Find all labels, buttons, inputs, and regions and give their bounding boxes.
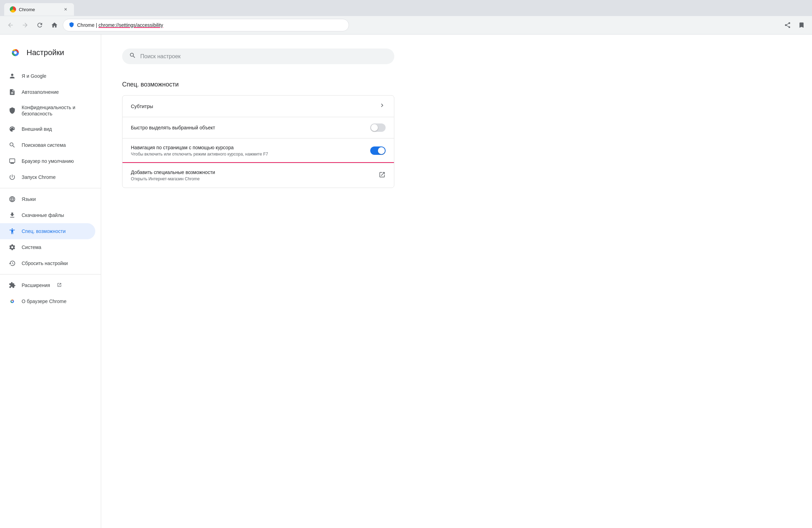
search-bar [122, 48, 394, 64]
page-layout: Настройки Я и Google Автозаполнение Конф… [0, 35, 812, 528]
sidebar-label-sbrosit-nastrojki: Сбросить настройки [22, 260, 68, 266]
forward-button[interactable] [19, 19, 31, 31]
sidebar-item-brauzer-po-umolchaniyu[interactable]: Браузер по умолчанию [0, 153, 95, 169]
chevron-right-icon [379, 102, 386, 111]
reload-button[interactable] [33, 19, 46, 31]
tab-close-button[interactable]: ✕ [63, 7, 68, 12]
settings-row-navigaciya[interactable]: Навигация по страницам с помощью курсора… [122, 138, 394, 163]
bookmark-button[interactable] [795, 19, 808, 31]
sidebar-label-sistema: Система [22, 244, 41, 250]
download-icon [8, 211, 16, 219]
search-icon [129, 52, 136, 61]
external-link-icon [379, 171, 386, 180]
share-button[interactable] [781, 19, 794, 31]
main-content: Спец. возможности Субтитры Быстро выделя… [101, 35, 812, 528]
settings-row-content-navigaciya: Навигация по страницам с помощью курсора… [131, 145, 370, 157]
sidebar-item-o-brauzere[interactable]: О браузере Chrome [0, 293, 95, 309]
settings-row-title-subtitry: Субтитры [131, 104, 379, 109]
sidebar-item-konfidencialnost[interactable]: Конфиденциальность и безопасность [0, 100, 95, 121]
settings-row-title-bystro: Быстро выделять выбранный объект [131, 125, 370, 130]
sidebar-item-vneshny-vid[interactable]: Внешний вид [0, 121, 95, 137]
toggle-navigaciya[interactable] [370, 146, 386, 155]
address-bar[interactable]: Chrome | chrome://settings/accessibility [63, 19, 349, 31]
settings-row-content-dobavit: Добавить специальные возможности Открыть… [131, 169, 379, 181]
toggle-thumb-navigaciya [378, 147, 385, 154]
settings-row-content-subtitry: Субтитры [131, 104, 379, 109]
sidebar-divider-2 [0, 274, 101, 274]
browser-chrome: Chrome ✕ [0, 0, 812, 35]
settings-row-action-navigaciya[interactable] [370, 146, 386, 155]
settings-row-dobavit[interactable]: Добавить специальные возможности Открыть… [122, 163, 394, 188]
shield-check-icon [69, 22, 74, 28]
sidebar: Настройки Я и Google Автозаполнение Конф… [0, 35, 101, 528]
sidebar-item-rasshireniya[interactable]: Расширения [0, 277, 95, 293]
search-bar-container [122, 48, 394, 64]
settings-card: Субтитры Быстро выделять выбранный объек… [122, 95, 394, 188]
settings-row-action-bystro[interactable] [370, 123, 386, 132]
settings-row-sub-navigaciya: Чтобы включить или отключить режим актив… [131, 152, 370, 157]
active-tab[interactable]: Chrome ✕ [4, 3, 74, 16]
url-text: chrome://settings/accessibility [98, 22, 163, 28]
sidebar-label-brauzer-po-umolchaniyu: Браузер по умолчанию [22, 158, 74, 164]
forward-icon [22, 22, 29, 29]
sidebar-item-sbrosit-nastrojki[interactable]: Сбросить настройки [0, 255, 95, 271]
extension-icon [8, 281, 16, 289]
chrome-info-icon [8, 297, 16, 305]
chrome-tab-logo [10, 6, 16, 13]
search-input[interactable] [140, 53, 387, 60]
sidebar-label-ya-i-google: Я и Google [22, 73, 46, 79]
sidebar-label-skachannye-fajly: Скачанные файлы [22, 212, 64, 218]
bookmark-icon [798, 22, 805, 29]
settings-row-bystro-vydelyat[interactable]: Быстро выделять выбранный объект [122, 117, 394, 138]
accessibility-icon [8, 227, 16, 235]
sidebar-item-sistema[interactable]: Система [0, 239, 95, 255]
chrome-logo [8, 46, 22, 60]
description-icon [8, 88, 16, 96]
row-highlight-line [122, 162, 394, 163]
sidebar-label-yazyki: Языки [22, 196, 36, 202]
sidebar-label-spec-vozmozhnosti: Спец. возможности [22, 228, 66, 234]
person-icon [8, 72, 16, 80]
sidebar-label-zapusk-chrome: Запуск Chrome [22, 174, 55, 180]
tab-title: Chrome [19, 7, 35, 12]
back-icon [7, 22, 14, 29]
sidebar-item-yazyki[interactable]: Языки [0, 191, 95, 207]
back-button[interactable] [4, 19, 17, 31]
globe-icon [8, 195, 16, 203]
settings-row-action-dobavit [379, 171, 386, 180]
section-title: Спец. возможности [122, 81, 791, 88]
toggle-thumb-bystro [371, 124, 378, 131]
search-sidebar-icon [8, 141, 16, 149]
sidebar-label-o-brauzere: О браузере Chrome [22, 298, 67, 304]
settings-row-action-subtitry [379, 102, 386, 111]
sidebar-item-avtozapolnenie[interactable]: Автозаполнение [0, 84, 95, 100]
svg-point-6 [12, 301, 13, 302]
history-icon [8, 259, 16, 267]
security-icon [69, 22, 74, 29]
settings-row-subtitry[interactable]: Субтитры [122, 96, 394, 117]
sidebar-item-poiskovaya-sistema[interactable]: Поисковая система [0, 137, 95, 153]
sidebar-title: Настройки [27, 48, 64, 57]
power-icon [8, 173, 16, 181]
desktop-icon [8, 157, 16, 165]
settings-row-title-dobavit: Добавить специальные возможности [131, 169, 379, 175]
sidebar-item-ya-i-google[interactable]: Я и Google [0, 68, 95, 84]
sidebar-label-rasshireniya: Расширения [22, 282, 50, 288]
home-button[interactable] [48, 19, 61, 31]
settings-row-content-bystro: Быстро выделять выбранный объект [131, 125, 370, 130]
sidebar-item-spec-vozmozhnosti[interactable]: Спец. возможности [0, 223, 95, 239]
chrome-prefix: Chrome | [77, 22, 98, 28]
shield-icon [8, 107, 16, 114]
svg-point-3 [14, 51, 17, 54]
settings-icon [8, 243, 16, 251]
nav-right [781, 19, 808, 31]
sidebar-item-zapusk-chrome[interactable]: Запуск Chrome [0, 169, 95, 185]
address-text: Chrome | chrome://settings/accessibility [77, 22, 343, 28]
sidebar-header: Настройки [0, 40, 101, 68]
sidebar-item-skachannye-fajly[interactable]: Скачанные файлы [0, 207, 95, 223]
sidebar-label-avtozapolnenie: Автозаполнение [22, 89, 59, 95]
external-link-sidebar-icon [57, 282, 62, 288]
settings-row-title-navigaciya: Навигация по страницам с помощью курсора [131, 145, 370, 150]
toggle-bystro[interactable] [370, 123, 386, 132]
settings-row-sub-dobavit: Открыть Интернет-магазин Chrome [131, 176, 379, 181]
